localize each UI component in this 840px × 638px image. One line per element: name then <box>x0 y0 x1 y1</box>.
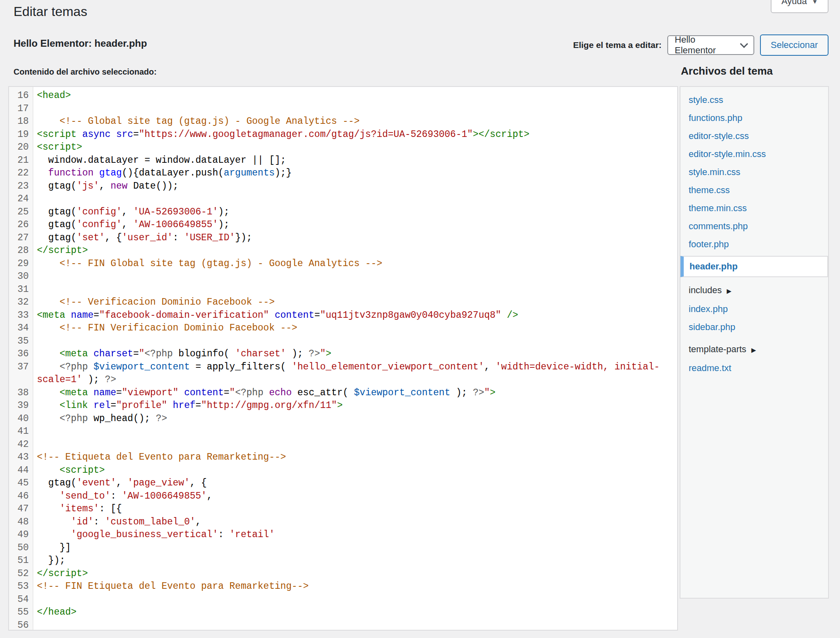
sidebar-item-style.css: style.css <box>680 91 828 109</box>
code-line: 19<script async src="https://www.googlet… <box>9 128 677 141</box>
code-line-text: <!-- Global site tag (gtag.js) - Google … <box>33 115 360 128</box>
code-line: 34 <!-- FIN Verificacion Dominio Faceboo… <box>9 322 677 335</box>
file-link[interactable]: style.min.css <box>680 163 828 181</box>
code-line: 47 'items': [{ <box>9 503 677 516</box>
sidebar-item-sidebar.php: sidebar.php <box>680 318 828 336</box>
sidebar-folder-toggle[interactable]: template-parts▶ <box>680 340 828 359</box>
help-button[interactable]: Ayuda ▼ <box>771 0 829 13</box>
code-line-text: 'send_to': 'AW-1006649855', <box>33 490 212 503</box>
line-number: 35 <box>9 335 33 348</box>
code-line: 37 <?php $viewport_content = apply_filte… <box>9 361 677 374</box>
code-line-text: window.dataLayer = window.dataLayer || [… <box>33 154 286 167</box>
sidebar-item-comments.php: comments.php <box>680 217 828 235</box>
line-number: 31 <box>9 283 33 296</box>
line-number: 36 <box>9 348 33 361</box>
file-content-label: Contenido del archivo seleccionado: <box>14 67 157 77</box>
line-number: 43 <box>9 451 33 464</box>
code-line: scale=1' ); ?> <box>9 374 677 387</box>
sidebar-item-header.php: header.php <box>680 256 828 277</box>
line-number: 30 <box>9 270 33 283</box>
sidebar-item-theme.min.css: theme.min.css <box>680 199 828 217</box>
code-line-text <box>33 270 43 283</box>
code-line: 53<!-- FIN Etiqueta del Evento para Rema… <box>9 580 677 593</box>
code-line: 29 <!-- FIN Global site tag (gtag.js) - … <box>9 257 677 271</box>
line-number: 44 <box>9 464 33 477</box>
file-link[interactable]: editor-style.min.css <box>680 145 828 163</box>
help-button-label: Ayuda <box>781 0 807 7</box>
code-line: 26 gtag('config', 'AW-1006649855'); <box>9 219 677 232</box>
code-line-text: 'id': 'custom_label_0', <box>33 516 201 529</box>
sidebar-folder-toggle[interactable]: includes▶ <box>680 281 828 300</box>
code-line: 22 function gtag(){dataLayer.push(argume… <box>9 167 677 180</box>
sidebar-item-editor-style.min.css: editor-style.min.css <box>680 145 828 163</box>
code-line: 45 gtag('event', 'page_view', { <box>9 477 677 490</box>
file-link[interactable]: footer.php <box>680 235 828 253</box>
caret-right-icon: ▶ <box>751 346 756 353</box>
file-link[interactable]: index.php <box>680 300 828 318</box>
code-line-text: </script> <box>33 567 88 581</box>
sidebar-folder-includes: includes▶ <box>680 281 828 300</box>
code-editor[interactable]: 16<head>17 18 <!-- Global site tag (gtag… <box>8 86 678 631</box>
code-line: 48 'id': 'custom_label_0', <box>9 516 677 529</box>
line-number: 18 <box>9 115 33 128</box>
code-line-text <box>33 425 43 438</box>
code-line-text: <meta name="facebook-domain-verification… <box>33 309 518 322</box>
line-number: 47 <box>9 503 33 516</box>
line-number: 23 <box>9 180 33 193</box>
caret-right-icon: ▶ <box>727 287 732 294</box>
code-line: 23 gtag('js', new Date()); <box>9 180 677 193</box>
code-line: 21 window.dataLayer = window.dataLayer |… <box>9 154 677 167</box>
line-number: 32 <box>9 296 33 309</box>
code-line-text: 'google_business_vertical': 'retail' <box>33 529 275 542</box>
file-link[interactable]: theme.min.css <box>680 199 828 217</box>
file-link[interactable]: header.php <box>680 256 828 277</box>
current-file-title: Hello Elementor: header.php <box>14 38 147 49</box>
line-number: 41 <box>9 425 33 438</box>
code-line: 16<head> <box>9 89 677 103</box>
code-line-text: <meta charset="<?php bloginfo( 'charset'… <box>33 348 331 361</box>
file-link[interactable]: comments.php <box>680 217 828 235</box>
code-line: 52</script> <box>9 567 677 581</box>
code-line-text <box>33 335 43 348</box>
theme-files-list: style.cssfunctions.phpeditor-style.cssed… <box>680 86 829 599</box>
code-line: 43<!-- Etiqueta del Evento para Remarket… <box>9 451 677 464</box>
file-link[interactable]: style.css <box>680 91 828 109</box>
code-line: 54 <box>9 593 677 606</box>
code-line-text: <script async src="https://www.googletag… <box>33 128 530 141</box>
theme-switcher: Elige el tema a editar: Hello Elementor … <box>573 34 829 56</box>
file-link[interactable]: theme.css <box>680 181 828 199</box>
code-line: 55</head> <box>9 606 677 619</box>
code-line-text: <!-- FIN Global site tag (gtag.js) - Goo… <box>33 257 382 271</box>
code-line-text: 'items': [{ <box>33 503 122 516</box>
select-theme-button[interactable]: Seleccionar <box>760 34 829 56</box>
theme-files-heading: Archivos del tema <box>681 65 773 77</box>
line-number: 50 <box>9 542 33 555</box>
code-line-text: gtag('config', 'AW-1006649855'); <box>33 219 229 232</box>
sidebar-item-index.php: index.php <box>680 300 828 318</box>
file-link[interactable]: functions.php <box>680 109 828 127</box>
page-title: Editar temas <box>14 4 87 19</box>
code-line: 39 <link rel="profile" href="http://gmpg… <box>9 399 677 412</box>
line-number: 28 <box>9 244 33 257</box>
code-line-text: </head> <box>33 606 77 619</box>
code-line-text <box>33 593 43 606</box>
line-number: 37 <box>9 361 33 374</box>
line-number: 33 <box>9 309 33 322</box>
line-number: 49 <box>9 529 33 542</box>
code-line: 27 gtag('set', {'user_id': 'USER_ID'}); <box>9 232 677 245</box>
code-line: 24 <box>9 193 677 206</box>
code-line-text: }); <box>33 554 65 567</box>
theme-select[interactable]: Hello Elementor <box>667 35 754 55</box>
file-link[interactable]: readme.txt <box>680 359 828 377</box>
code-line: 38 <meta name="viewport" content="<?php … <box>9 387 677 400</box>
code-line: 50 }] <box>9 542 677 555</box>
file-link[interactable]: sidebar.php <box>680 318 828 336</box>
sidebar-item-theme.css: theme.css <box>680 181 828 199</box>
line-number: 51 <box>9 554 33 567</box>
code-line: 49 'google_business_vertical': 'retail' <box>9 529 677 542</box>
code-line-text <box>33 619 43 631</box>
line-number: 29 <box>9 257 33 271</box>
file-link[interactable]: editor-style.css <box>680 127 828 145</box>
code-line-text: <?php $viewport_content = apply_filters(… <box>33 361 660 374</box>
line-number: 24 <box>9 193 33 206</box>
